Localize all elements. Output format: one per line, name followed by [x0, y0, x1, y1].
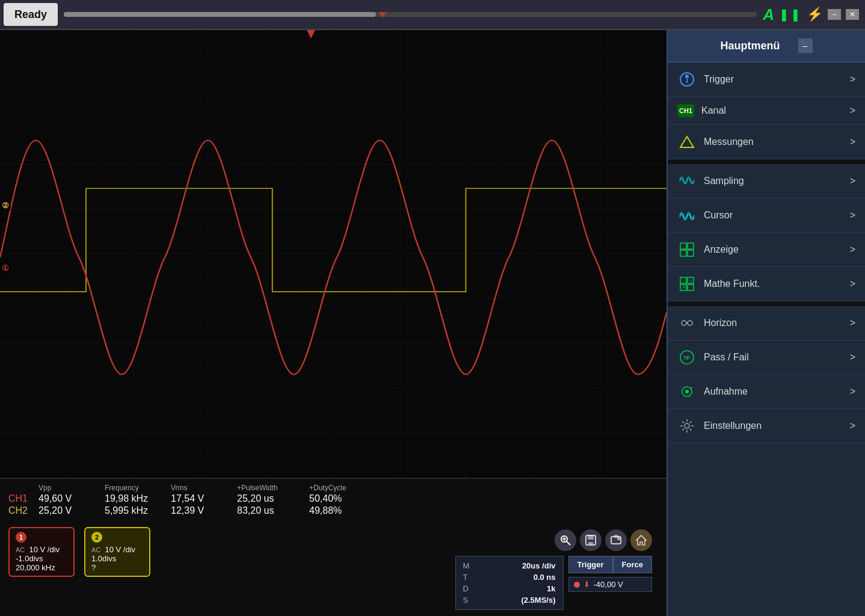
- kanal-arrow: >: [850, 105, 855, 116]
- svg-point-64: [688, 321, 692, 325]
- sidebar-title: Hauptmenü: [721, 40, 780, 52]
- meas-ch2-duty: 49,88%: [309, 505, 375, 516]
- zoom-icon-btn[interactable]: [555, 529, 576, 551]
- sidebar-minimize-button[interactable]: –: [798, 38, 813, 53]
- topbar-icons: A ❚❚ ⚡ – ✕: [763, 5, 859, 24]
- menu-separator-1: [668, 159, 865, 164]
- close-button[interactable]: ✕: [846, 9, 859, 20]
- sidebar: Hauptmenü – Trigger > CH1 Kanal > Messun…: [666, 30, 865, 616]
- sidebar-item-einstellungen[interactable]: Einstellungen >: [668, 409, 865, 443]
- m-value: 20us /div: [522, 561, 556, 570]
- ch1-divs: -1.0divs: [16, 554, 67, 563]
- t-value: 0.0 ns: [534, 573, 556, 582]
- measurements-table: Vpp Frequency Vrms +PulseWidth +DutyCycl…: [8, 484, 658, 516]
- sidebar-item-passfail[interactable]: ?F Pass / Fail >: [668, 340, 865, 375]
- topbar: Ready A ❚❚ ⚡ – ✕: [0, 0, 865, 30]
- meas-ch1-freq: 19,98 kHz: [105, 493, 171, 504]
- scope-display: ① ②: [0, 30, 666, 478]
- ch1-level-marker: ①: [0, 263, 11, 273]
- sidebar-item-anzeige[interactable]: Anzeige >: [668, 233, 865, 267]
- horizon-label: Horizon: [704, 318, 737, 328]
- trigger-force-buttons: Trigger Force: [568, 556, 652, 573]
- trigger-label: Trigger: [704, 74, 734, 85]
- meas-ch1-vpp: 49,60 V: [38, 493, 105, 504]
- svg-rect-53: [680, 243, 686, 249]
- s-label: S: [463, 596, 469, 605]
- s-value: (2.5MS/s): [521, 596, 555, 605]
- aufnahme-arrow: >: [850, 386, 855, 397]
- time-trigger-area: M 20us /div T 0.0 ns D 1k: [455, 556, 652, 610]
- sidebar-header: Hauptmenü –: [668, 30, 865, 63]
- force-button[interactable]: Force: [613, 556, 652, 573]
- pause-icon[interactable]: ❚❚: [779, 7, 802, 22]
- meas-ch2-vpp: 25,20 V: [38, 505, 105, 516]
- svg-rect-44: [588, 535, 594, 540]
- ready-badge: Ready: [4, 3, 58, 26]
- svg-rect-54: [688, 243, 694, 249]
- svg-point-71: [685, 424, 689, 428]
- trigger-icon: [677, 70, 697, 89]
- sidebar-item-mathe[interactable]: x÷ Mathe Funkt. >: [668, 267, 865, 301]
- svg-point-63: [682, 321, 686, 325]
- t-label: T: [463, 573, 468, 582]
- einstellungen-arrow: >: [850, 420, 855, 431]
- bottom-controls: Vpp Frequency Vrms +PulseWidth +DutyCycl…: [0, 478, 666, 616]
- sidebar-item-kanal[interactable]: CH1 Kanal >: [668, 97, 865, 125]
- einstellungen-icon: [677, 416, 697, 436]
- minimize-button[interactable]: –: [828, 9, 841, 20]
- ch1-info-box[interactable]: 1 AC 10 V /div -1.0divs 20,000 kHz: [8, 527, 75, 577]
- ch2-info-box[interactable]: 2 AC 10 V /div 1.0divs ?: [84, 527, 150, 577]
- svg-text:÷: ÷: [689, 278, 692, 283]
- aufnahme-label: Aufnahme: [704, 386, 748, 397]
- m-label: M: [463, 561, 470, 570]
- progress-bar-fill: [64, 12, 375, 17]
- screenshot-icon-btn[interactable]: [605, 529, 627, 551]
- horizon-arrow: >: [850, 318, 855, 328]
- trigger-arrow: [307, 30, 315, 38]
- meas-ch1-duty: 50,40%: [309, 493, 375, 504]
- trigger-position-marker: [379, 12, 386, 18]
- home-icon-btn[interactable]: [630, 529, 652, 551]
- channel-a-icon: A: [763, 5, 774, 24]
- progress-bar: [64, 12, 757, 17]
- lightning-icon: ⚡: [807, 7, 823, 22]
- trigger-button[interactable]: Trigger: [568, 556, 613, 573]
- kanal-icon: CH1: [677, 104, 694, 117]
- meas-ch1-label: CH1: [8, 493, 38, 504]
- kanal-label: Kanal: [701, 105, 726, 116]
- einstellungen-label: Einstellungen: [704, 420, 762, 431]
- sampling-icon: [677, 171, 697, 191]
- sidebar-item-horizon[interactable]: Horizon >: [668, 306, 865, 340]
- meas-header-duty: +DutyCycle: [309, 484, 375, 492]
- sidebar-item-cursor[interactable]: Cursor >: [668, 199, 865, 233]
- svg-rect-56: [688, 250, 694, 256]
- sidebar-item-aufnahme[interactable]: Aufnahme >: [668, 375, 865, 409]
- svg-point-69: [685, 390, 689, 393]
- svg-rect-45: [588, 542, 593, 544]
- svg-point-51: [685, 75, 689, 78]
- scope-content: ① ②: [0, 30, 666, 616]
- trigger-value-area: ⬇ -40,00 V: [568, 577, 652, 592]
- meas-header-pulse: +PulseWidth: [237, 484, 309, 492]
- cursor-icon: [677, 206, 697, 225]
- meas-ch2-freq: 5,995 kHz: [105, 505, 171, 516]
- svg-marker-52: [680, 137, 694, 147]
- passfail-label: Pass / Fail: [704, 352, 749, 363]
- anzeige-arrow: >: [850, 244, 855, 255]
- trigger-symbol: ⬇: [583, 580, 590, 589]
- meas-ch1-vrms: 17,54 V: [171, 493, 237, 504]
- sidebar-item-trigger[interactable]: Trigger >: [668, 63, 865, 97]
- save-icon-btn[interactable]: [580, 529, 602, 551]
- ch2-level-marker: ②: [0, 200, 11, 211]
- mathe-label: Mathe Funkt.: [704, 279, 760, 289]
- waveform-display: [0, 30, 666, 478]
- right-controls-area: M 20us /div T 0.0 ns D 1k: [455, 527, 658, 610]
- ch2-coupling-vdiv: AC 10 V /div: [91, 545, 143, 554]
- meas-header-freq: Frequency: [105, 484, 171, 492]
- mathe-icon: x÷: [677, 274, 697, 294]
- meas-ch2-vrms: 12,39 V: [171, 505, 237, 516]
- sidebar-item-sampling[interactable]: Sampling >: [668, 164, 865, 199]
- sidebar-item-messungen[interactable]: Messungen >: [668, 125, 865, 159]
- svg-rect-48: [618, 538, 620, 540]
- horizon-icon: [677, 313, 697, 333]
